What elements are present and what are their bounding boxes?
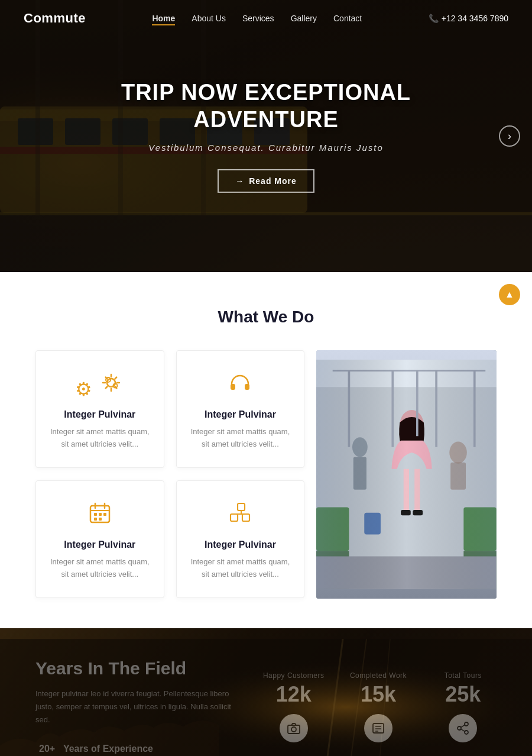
section-title-what: What We Do — [35, 308, 497, 327]
nav-link-services[interactable]: Services — [242, 14, 274, 23]
what-we-do-image — [316, 350, 497, 599]
what-we-do-section: ▲ What We Do Integer Pulvinar Integer si… — [0, 272, 532, 628]
nav-item-contact[interactable]: Contact — [333, 13, 362, 24]
nav-link-gallery[interactable]: Gallery — [291, 14, 317, 23]
hero-next-arrow[interactable]: › — [499, 125, 520, 147]
hero-subtitle: Vestibulum Consequat. Curabitur Mauris J… — [100, 143, 432, 153]
service-card-4-text: Integer sit amet mattis quam, sit amet u… — [191, 556, 290, 581]
hero-title: TRIP NOW EXCEPTIONAL ADVENTURE — [100, 79, 432, 133]
svg-rect-20 — [231, 384, 235, 390]
calendar-icon — [50, 500, 150, 531]
service-card-1-title: Integer Pulvinar — [50, 409, 150, 420]
navbar-phone[interactable]: 📞 +12 34 3456 7890 — [429, 14, 508, 23]
hero-cta-button[interactable]: → Read More — [218, 169, 314, 193]
nav-links: Home About Us Services Gallery Contact — [152, 13, 362, 24]
services-grid: Integer Pulvinar Integer sit amet mattis… — [35, 350, 497, 599]
nav-link-contact[interactable]: Contact — [333, 14, 362, 23]
svg-rect-21 — [245, 384, 249, 390]
service-card-3-text: Integer sit amet mattis quam, sit amet u… — [50, 556, 150, 581]
svg-rect-45 — [316, 360, 497, 589]
hero-section: TRIP NOW EXCEPTIONAL ADVENTURE Vestibulu… — [0, 0, 532, 272]
svg-rect-51 — [99, 513, 102, 516]
service-card-4: Integer Pulvinar Integer sit amet mattis… — [176, 480, 305, 598]
service-card-3: Integer Pulvinar Integer sit amet mattis… — [35, 480, 164, 598]
service-card-1: Integer Pulvinar Integer sit amet mattis… — [35, 350, 164, 468]
svg-rect-53 — [94, 518, 97, 521]
svg-point-17 — [107, 379, 115, 387]
service-card-2: Integer Pulvinar Integer sit amet mattis… — [176, 350, 305, 468]
navbar: Commute Home About Us Services Gallery C… — [0, 0, 532, 37]
service-card-4-title: Integer Pulvinar — [191, 539, 290, 550]
arrow-left-icon: → — [235, 176, 244, 186]
service-card-2-text: Integer sit amet mattis quam, sit amet u… — [191, 426, 290, 451]
nav-item-gallery[interactable]: Gallery — [291, 13, 317, 24]
stats-bg-svg — [0, 628, 532, 756]
svg-rect-50 — [94, 513, 97, 516]
brand-logo[interactable]: Commute — [24, 11, 86, 26]
nav-item-about[interactable]: About Us — [192, 13, 226, 24]
svg-rect-52 — [103, 513, 106, 516]
metro-interior-svg — [316, 350, 497, 599]
chevron-up-icon: ▲ — [505, 289, 514, 300]
phone-icon: 📞 — [429, 14, 439, 23]
svg-rect-56 — [231, 514, 238, 521]
headphone-icon — [191, 370, 290, 401]
nav-link-about[interactable]: About Us — [192, 14, 226, 23]
hero-content: TRIP NOW EXCEPTIONAL ADVENTURE Vestibulu… — [100, 79, 432, 193]
service-card-1-text: Integer sit amet mattis quam, sit amet u… — [50, 426, 150, 451]
service-card-2-title: Integer Pulvinar — [191, 409, 290, 420]
nav-item-services[interactable]: Services — [242, 13, 274, 24]
svg-rect-55 — [238, 503, 245, 511]
service-card-3-title: Integer Pulvinar — [50, 539, 150, 550]
svg-rect-54 — [99, 518, 102, 521]
boxes-icon — [191, 500, 290, 531]
scroll-top-button[interactable]: ▲ — [499, 284, 520, 305]
stats-section: Years In The Field Integer pulvinar leo … — [0, 628, 532, 756]
nav-item-home[interactable]: Home — [152, 13, 175, 24]
svg-rect-57 — [242, 514, 249, 521]
gears-icon — [50, 370, 150, 401]
nav-link-home[interactable]: Home — [152, 14, 175, 25]
